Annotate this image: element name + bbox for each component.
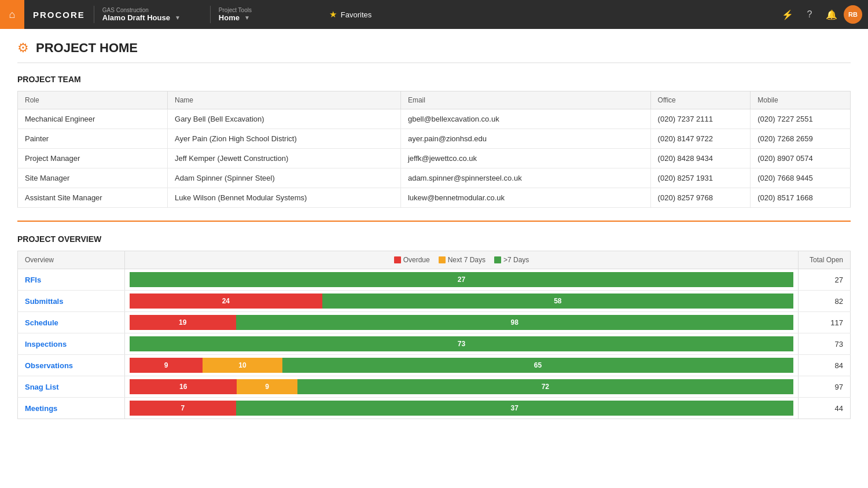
overview-bar-cell: 16972 xyxy=(125,376,799,398)
overview-row-label[interactable]: Observations xyxy=(18,355,125,376)
tools-value: Home xyxy=(219,13,240,22)
table-cell: ayer.pain@zionhsd.edu xyxy=(400,129,650,149)
logo-area: PROCORE xyxy=(24,10,94,20)
project-team-section: PROJECT TEAM Role Name Email Office Mobi… xyxy=(17,75,851,208)
table-row: Site ManagerAdam Spinner (Spinner Steel)… xyxy=(18,168,851,188)
overview-total-cell: 27 xyxy=(799,269,851,291)
table-row: Mechanical EngineerGary Bell (Bell Excav… xyxy=(18,109,851,129)
overview-header-row: Overview Overdue Next 7 Days xyxy=(18,251,851,269)
legend-overdue: Overdue xyxy=(394,256,430,264)
table-cell: (020) 8147 9722 xyxy=(650,129,751,149)
overview-bar-cell: 1998 xyxy=(125,312,799,333)
star-icon: ★ xyxy=(329,9,337,20)
page-title-row: ⚙ PROJECT HOME xyxy=(17,41,851,56)
bar-segment-overdue: 24 xyxy=(130,293,322,309)
bar-segment-overdue: 19 xyxy=(130,315,236,330)
bar-segment-gt7: 73 xyxy=(130,336,793,351)
overview-row-label[interactable]: Snag List xyxy=(18,376,125,398)
bar-segment-gt7: 98 xyxy=(236,315,793,330)
project-overview-section: PROJECT OVERVIEW Overview Overdue xyxy=(17,234,851,419)
favorites-label: Favorites xyxy=(341,10,372,19)
gt7-label: >7 Days xyxy=(503,256,529,264)
table-cell: (020) 7668 9445 xyxy=(751,168,851,188)
bar-segment-gt7: 58 xyxy=(322,293,793,309)
overview-table: Overview Overdue Next 7 Days xyxy=(17,251,851,419)
bar-segment-gt7: 72 xyxy=(297,379,793,394)
legend-gt7: >7 Days xyxy=(494,256,529,264)
overview-row-label[interactable]: Schedule xyxy=(18,312,125,333)
table-cell: (020) 7237 2111 xyxy=(650,109,751,129)
legend-next7: Next 7 Days xyxy=(439,256,486,264)
overview-total-cell: 97 xyxy=(799,376,851,398)
bar-segment-gt7: 27 xyxy=(130,272,793,287)
page-title: PROJECT HOME xyxy=(36,41,138,56)
logo-text: PROCORE xyxy=(33,10,85,20)
overview-data-row: Snag List1697297 xyxy=(18,376,851,398)
legend-cell: Overdue Next 7 Days >7 Days xyxy=(125,251,799,269)
table-cell: Ayer Pain (Zion High School District) xyxy=(168,129,401,149)
col-role: Role xyxy=(18,91,168,109)
table-cell: Adam Spinner (Spinner Steel) xyxy=(168,168,401,188)
table-cell: (020) 7268 2659 xyxy=(751,129,851,149)
table-cell: jeffk@jewettco.co.uk xyxy=(400,149,650,168)
favorites-button[interactable]: ★ Favorites xyxy=(321,0,380,29)
overview-row-label[interactable]: Inspections xyxy=(18,333,125,355)
gear-icon: ⚙ xyxy=(17,41,29,56)
team-table-header: Role Name Email Office Mobile xyxy=(18,91,851,109)
top-nav: ⌂ PROCORE GAS Construction Alamo Draft H… xyxy=(0,0,868,29)
table-cell: lukew@bennetmodular.co.uk xyxy=(400,188,650,208)
overview-bar-cell: 737 xyxy=(125,398,799,419)
table-row: PainterAyer Pain (Zion High School Distr… xyxy=(18,129,851,149)
table-cell: adam.spinner@spinnersteel.co.uk xyxy=(400,168,650,188)
col-email: Email xyxy=(400,91,650,109)
plugin-icon-button[interactable]: ⚡ xyxy=(778,5,797,24)
help-icon-button[interactable]: ? xyxy=(800,5,819,24)
col-mobile: Mobile xyxy=(751,91,851,109)
overview-bar-cell: 27 xyxy=(125,269,799,291)
table-cell: (020) 8428 9434 xyxy=(650,149,751,168)
overview-data-row: Submittals245882 xyxy=(18,291,851,312)
nav-right-icons: ⚡ ? 🔔 RB xyxy=(778,5,868,24)
overview-row-label[interactable]: Submittals xyxy=(18,291,125,312)
table-cell: (020) 8907 0574 xyxy=(751,149,851,168)
company-dropdown[interactable]: GAS Construction Alamo Draft House ▼ xyxy=(94,0,210,29)
overview-row-label[interactable]: RFIs xyxy=(18,269,125,291)
notifications-icon-button[interactable]: 🔔 xyxy=(822,5,841,24)
table-cell: Luke Wilson (Bennet Modular Systems) xyxy=(168,188,401,208)
bar-segment-overdue: 9 xyxy=(130,358,203,373)
bar-segment-overdue: 16 xyxy=(130,379,237,394)
home-button[interactable]: ⌂ xyxy=(0,0,24,29)
tools-dropdown[interactable]: Project Tools Home ▼ xyxy=(211,0,321,29)
bar-segment-gt7: 65 xyxy=(282,358,793,373)
col-office: Office xyxy=(650,91,751,109)
company-dropdown-arrow: ▼ xyxy=(175,14,181,21)
gt7-dot xyxy=(494,256,501,263)
table-row: Assistant Site ManagerLuke Wilson (Benne… xyxy=(18,188,851,208)
table-cell: (020) 8257 9768 xyxy=(650,188,751,208)
overview-bar-cell: 73 xyxy=(125,333,799,355)
project-team-title: PROJECT TEAM xyxy=(17,75,851,84)
bar-segment-gt7: 37 xyxy=(236,401,793,416)
table-cell: (020) 8257 1931 xyxy=(650,168,751,188)
overview-data-row: Schedule1998117 xyxy=(18,312,851,333)
overview-total-cell: 73 xyxy=(799,333,851,355)
project-overview-title: PROJECT OVERVIEW xyxy=(17,234,851,244)
avatar[interactable]: RB xyxy=(844,5,862,24)
tools-label: Project Tools xyxy=(219,7,312,13)
table-cell: gbell@bellexcavation.co.uk xyxy=(400,109,650,129)
company-name: Alamo Draft House xyxy=(102,13,170,22)
main-content: ⚙ PROJECT HOME PROJECT TEAM Role Name Em… xyxy=(0,29,868,488)
legend: Overdue Next 7 Days >7 Days xyxy=(132,256,791,264)
table-row: Project ManagerJeff Kemper (Jewett Const… xyxy=(18,149,851,168)
overview-row-label[interactable]: Meetings xyxy=(18,398,125,419)
overview-bar-cell: 91065 xyxy=(125,355,799,376)
table-cell: (020) 8517 1668 xyxy=(751,188,851,208)
table-cell: Mechanical Engineer xyxy=(18,109,168,129)
overview-data-row: Inspections7373 xyxy=(18,333,851,355)
team-table: Role Name Email Office Mobile Mechanical… xyxy=(17,91,851,208)
col-name: Name xyxy=(168,91,401,109)
table-cell: Painter xyxy=(18,129,168,149)
overview-total-cell: 82 xyxy=(799,291,851,312)
company-label: GAS Construction xyxy=(102,7,202,13)
bar-segment-overdue: 7 xyxy=(130,401,236,416)
